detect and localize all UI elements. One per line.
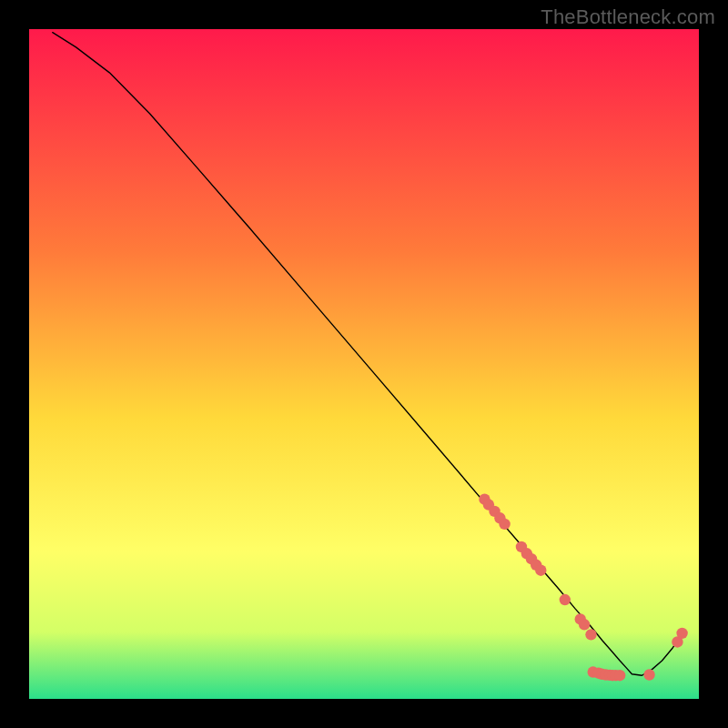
curve-marker [585, 629, 596, 640]
curve-marker [643, 669, 654, 680]
plot-background [29, 29, 699, 699]
curve-marker [560, 594, 571, 605]
chart-stage: TheBottleneck.com [0, 0, 728, 728]
curve-marker [535, 564, 546, 575]
curve-marker [499, 519, 510, 530]
curve-marker [614, 670, 625, 681]
bottleneck-chart [0, 0, 728, 728]
watermark-text: TheBottleneck.com [541, 5, 715, 29]
curve-marker [676, 628, 687, 639]
curve-marker [579, 619, 590, 630]
